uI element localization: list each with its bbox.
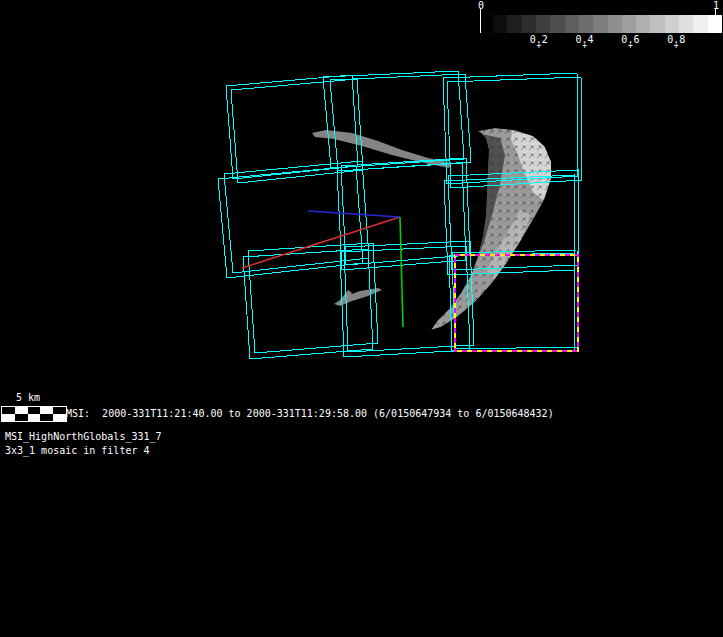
colorbar-tick-label: 0.2 [530, 34, 548, 45]
colorbar-step [679, 15, 693, 33]
colorbar-zero-tickline [480, 9, 481, 33]
checker-cell [40, 407, 53, 414]
checker-cell [53, 414, 66, 421]
asteroid-limb-fragment [312, 130, 452, 168]
observation-time-range: MSI: 2000-331T11:21:40.00 to 2000-331T11… [66, 408, 554, 420]
sequence-name-label: MSI_HighNorthGlobals_331_7 [5, 431, 162, 443]
colorbar-step [593, 15, 607, 33]
colorbar-tick-mark-icon: + [628, 42, 633, 50]
checker-cell [28, 414, 41, 421]
colorbar-tick-mark-icon: + [582, 42, 587, 50]
colorbar-step [693, 15, 707, 33]
colorbar-step [608, 15, 622, 33]
checker-cell [40, 414, 53, 421]
asteroid-facet-texture [420, 115, 570, 340]
colorbar-gradient [493, 15, 722, 33]
colorbar-step [650, 15, 664, 33]
colorbar-tick-label: 0.8 [667, 34, 685, 45]
colorbar-step [622, 15, 636, 33]
mosaic-description-label: 3x3_1 mosaic in filter 4 [5, 445, 150, 457]
colorbar-step [636, 15, 650, 33]
colorbar-tick-label: 0.6 [621, 34, 639, 45]
asteroid-shape-model [420, 115, 570, 340]
colorbar-step [565, 15, 579, 33]
mosaic-footprint-outline [243, 249, 373, 359]
colorbar: 0 1 0.2+0.4+0.6+0.8+ [0, 0, 723, 52]
colorbar-step [507, 15, 521, 33]
colorbar-tick-mark-icon: + [536, 42, 541, 50]
colorbar-step [665, 15, 679, 33]
colorbar-step [493, 15, 507, 33]
checker-cell [15, 407, 28, 414]
colorbar-tick-mark-icon: + [674, 42, 679, 50]
colorbar-tick-label: 0.4 [576, 34, 594, 45]
checker-cell [15, 414, 28, 421]
checker-cell [53, 407, 66, 414]
axis-y-line [308, 211, 400, 217]
scale-bar-label: 5 km [16, 392, 40, 404]
visualization-stage: 0 1 0.2+0.4+0.6+0.8+ 5 km MSI: 2000-331T… [0, 0, 723, 637]
scale-bar-checker [1, 406, 67, 422]
checker-cell [28, 407, 41, 414]
checker-row [2, 414, 66, 421]
checker-cell [2, 407, 15, 414]
checker-row [2, 407, 66, 414]
colorbar-step [579, 15, 593, 33]
colorbar-min-label: 0 [478, 0, 484, 12]
colorbar-step [522, 15, 536, 33]
axis-x-line [242, 217, 400, 268]
checker-cell [2, 414, 15, 421]
colorbar-step [550, 15, 564, 33]
colorbar-step [536, 15, 550, 33]
axis-z-line [400, 217, 403, 327]
colorbar-max-label: 1 [713, 0, 719, 12]
colorbar-step [708, 15, 722, 33]
viewport-3d[interactable] [0, 0, 723, 637]
